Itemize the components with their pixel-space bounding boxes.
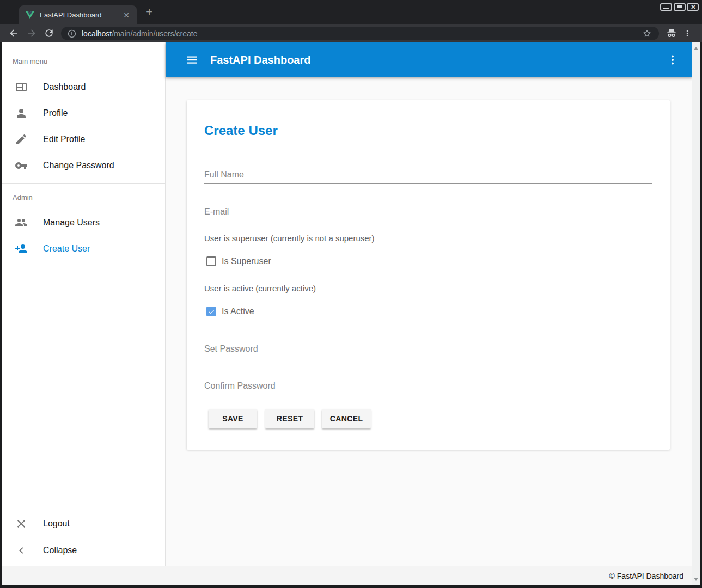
sidebar-item-logout[interactable]: Logout	[2, 511, 165, 537]
confirm-password-field[interactable]	[204, 377, 652, 395]
sidebar: Main menu Dashboard Profile Edit Profile	[2, 42, 166, 566]
sidebar-spacer	[2, 262, 165, 511]
app-bar: FastAPI Dashboard	[166, 42, 692, 77]
sidebar-item-dashboard[interactable]: Dashboard	[2, 74, 165, 100]
page-scrollbar[interactable]	[692, 42, 700, 585]
pencil-icon	[15, 133, 28, 146]
is-active-checkbox[interactable]: Is Active	[206, 307, 254, 316]
site-info-icon[interactable]	[68, 29, 76, 38]
sidebar-item-label: Collapse	[43, 546, 77, 555]
sidebar-item-collapse[interactable]: Collapse	[2, 537, 165, 564]
chevron-left-icon	[15, 544, 28, 557]
sidebar-item-label: Create User	[43, 244, 90, 254]
hamburger-menu-button[interactable]	[185, 53, 198, 66]
browser-window: FastAPI Dashboard ✕ + ✕ localhost/m	[0, 0, 702, 588]
key-icon	[15, 159, 28, 172]
url-bar[interactable]: localhost/main/admin/users/create	[61, 27, 659, 40]
app-page: Main menu Dashboard Profile Edit Profile	[2, 42, 700, 585]
sidebar-item-manage-users[interactable]: Manage Users	[2, 210, 165, 236]
sidebar-section-main-menu: Main menu	[2, 42, 165, 74]
sidebar-item-change-password[interactable]: Change Password	[2, 152, 165, 179]
email-field[interactable]	[204, 203, 652, 221]
browser-toolbar: localhost/main/admin/users/create	[0, 24, 702, 42]
window-minimize-button[interactable]	[660, 3, 672, 11]
reload-button[interactable]	[44, 28, 54, 39]
scrollbar-up-button[interactable]	[694, 47, 698, 50]
checkbox-unchecked-icon	[206, 256, 216, 266]
sidebar-item-label: Dashboard	[43, 82, 86, 92]
url-path: /main/admin/users/create	[112, 29, 197, 38]
set-password-field[interactable]	[204, 340, 652, 358]
checkbox-label: Is Superuser	[222, 256, 271, 266]
forward-button[interactable]	[26, 28, 37, 39]
sidebar-item-label: Edit Profile	[43, 134, 85, 144]
cancel-button[interactable]: CANCEL	[322, 409, 371, 428]
web-icon	[15, 81, 28, 94]
appbar-title: FastAPI Dashboard	[210, 54, 666, 66]
back-button[interactable]	[8, 28, 19, 39]
tab-close-icon[interactable]: ✕	[121, 10, 131, 20]
save-button[interactable]: SAVE	[209, 409, 257, 428]
sidebar-item-label: Change Password	[43, 161, 114, 170]
new-tab-button[interactable]: +	[144, 7, 155, 18]
window-maximize-button[interactable]	[674, 3, 686, 11]
sidebar-item-label: Logout	[43, 519, 70, 529]
app-footer: © FastAPI Dashboard	[2, 566, 692, 585]
sidebar-item-profile[interactable]: Profile	[2, 100, 165, 126]
sidebar-item-label: Manage Users	[43, 218, 100, 228]
url-text: localhost/main/admin/users/create	[82, 29, 642, 38]
tab-strip: FastAPI Dashboard ✕ + ✕	[0, 0, 702, 24]
account-icon	[15, 107, 28, 120]
create-user-card: Create User User is superuser (currently…	[187, 100, 670, 450]
is-superuser-checkbox[interactable]: Is Superuser	[206, 256, 271, 266]
sidebar-item-label: Profile	[43, 108, 68, 118]
account-multiple-icon	[15, 216, 28, 229]
window-close-button[interactable]: ✕	[687, 3, 699, 11]
browser-chrome: FastAPI Dashboard ✕ + ✕ localhost/m	[0, 0, 702, 42]
appbar-menu-button[interactable]	[666, 53, 679, 66]
page-title: Create User	[204, 123, 278, 138]
scrollbar-down-button[interactable]	[694, 578, 698, 581]
vue-logo-icon	[26, 11, 34, 19]
tab-title: FastAPI Dashboard	[40, 11, 121, 19]
sidebar-section-admin: Admin	[2, 184, 165, 210]
browser-tab[interactable]: FastAPI Dashboard ✕	[19, 5, 137, 24]
close-icon	[15, 517, 28, 530]
full-name-field[interactable]	[204, 166, 652, 184]
sidebar-item-edit-profile[interactable]: Edit Profile	[2, 126, 165, 152]
checkbox-label: Is Active	[222, 307, 254, 316]
incognito-icon	[666, 27, 677, 39]
copyright-text: © FastAPI Dashboard	[609, 572, 683, 580]
browser-menu-button[interactable]	[683, 28, 691, 39]
account-plus-icon	[15, 242, 28, 255]
url-host: localhost	[82, 29, 112, 38]
bookmark-star-icon[interactable]	[642, 28, 652, 39]
sidebar-item-create-user[interactable]: Create User	[2, 236, 165, 262]
reset-button[interactable]: RESET	[265, 409, 314, 428]
active-note: User is active (currently active)	[204, 284, 316, 293]
superuser-note: User is superuser (currently is not a su…	[204, 234, 375, 243]
checkbox-checked-icon	[206, 307, 216, 316]
